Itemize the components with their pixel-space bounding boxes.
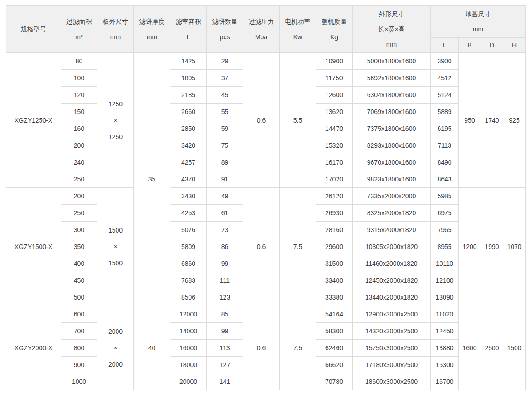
machine-weight-cell: 70780: [316, 373, 353, 390]
filter-area-cell: 400: [61, 255, 97, 272]
col-title: 滤饼厚度: [134, 14, 170, 29]
cake-count-cell: 75: [207, 137, 243, 154]
foundation-l-cell: 12450: [431, 323, 459, 340]
filter-area-cell: 500: [61, 289, 97, 306]
machine-weight-cell: 62460: [316, 340, 353, 357]
machine-weight-cell: 13620: [316, 104, 353, 120]
col-title: 板外尺寸: [97, 14, 133, 29]
machine-weight-cell: 10900: [316, 53, 353, 70]
col-unit: Kg: [316, 29, 352, 45]
cake-count-cell: 29: [207, 53, 243, 70]
col-header-foundation-b: B: [459, 38, 481, 53]
col-unit: m²: [61, 29, 97, 45]
filter-area-cell: 350: [61, 238, 97, 255]
cake-count-cell: 89: [207, 154, 243, 171]
cake-count-cell: 127: [207, 357, 243, 373]
filter-area-cell: 700: [61, 323, 97, 340]
filter-area-cell: 250: [61, 205, 97, 222]
overall-size-cell: 10305x2000x1820: [353, 238, 431, 255]
foundation-l-cell: 5889: [431, 104, 459, 120]
cake-count-cell: 99: [207, 255, 243, 272]
col-unit: mm: [97, 29, 133, 45]
foundation-l-cell: 15300: [431, 357, 459, 373]
cake-count-cell: 141: [207, 373, 243, 390]
col-unit: mm: [431, 22, 525, 37]
col-unit: L: [170, 29, 206, 45]
filter-pressure-cell: 0.6: [243, 306, 280, 390]
overall-size-cell: 7335x2000x2000: [353, 188, 431, 205]
motor-power-cell: 7.5: [280, 188, 316, 306]
foundation-h-cell: 1500: [503, 306, 526, 390]
filter-area-cell: 240: [61, 154, 97, 171]
col-header-cake-thickness: 滤饼厚度 mm: [134, 6, 170, 53]
chamber-volume-cell: 8506: [170, 289, 207, 306]
table-row: XGZY1250-X801250 × 1250351425290.65.5109…: [6, 53, 526, 70]
chamber-volume-cell: 6860: [170, 255, 207, 272]
overall-size-cell: 12900x3000x2500: [353, 306, 431, 323]
cake-count-cell: 37: [207, 70, 243, 87]
chamber-volume-cell: 5076: [170, 222, 207, 238]
foundation-l-cell: 13880: [431, 340, 459, 357]
machine-weight-cell: 16170: [316, 154, 353, 171]
overall-size-cell: 6304x1800x1600: [353, 87, 431, 104]
overall-size-cell: 8325x2000x1820: [353, 205, 431, 222]
machine-weight-cell: 26120: [316, 188, 353, 205]
filter-area-cell: 200: [61, 137, 97, 154]
chamber-volume-cell: 4257: [170, 154, 207, 171]
machine-weight-cell: 33400: [316, 272, 353, 289]
model-cell: XGZY2000-X: [6, 306, 61, 390]
col-unit: Kw: [280, 29, 316, 45]
overall-size-cell: 9670x1800x1600: [353, 154, 431, 171]
overall-size-cell: 5000x1800x1600: [353, 53, 431, 70]
cake-thickness-cell: 35: [134, 53, 170, 306]
machine-weight-cell: 54164: [316, 306, 353, 323]
cake-count-cell: 85: [207, 306, 243, 323]
filter-area-cell: 80: [61, 53, 97, 70]
col-title: 地基尺寸: [431, 7, 525, 22]
machine-weight-cell: 58300: [316, 323, 353, 340]
foundation-l-cell: 13090: [431, 289, 459, 306]
chamber-volume-cell: 14000: [170, 323, 207, 340]
table-row: XGZY2000-X6002000 × 20004012000850.67.55…: [6, 306, 526, 323]
overall-size-cell: 15750x3000x2500: [353, 340, 431, 357]
foundation-d-cell: 1740: [481, 53, 503, 188]
foundation-l-cell: 8955: [431, 238, 459, 255]
chamber-volume-cell: 3420: [170, 137, 207, 154]
filter-area-cell: 300: [61, 222, 97, 238]
filter-area-cell: 900: [61, 357, 97, 373]
overall-size-cell: 5692x1800x1600: [353, 70, 431, 87]
foundation-l-cell: 8643: [431, 171, 459, 188]
foundation-h-cell: 925: [503, 53, 526, 188]
overall-size-cell: 17180x3000x2500: [353, 357, 431, 373]
cake-count-cell: 59: [207, 120, 243, 137]
chamber-volume-cell: 1425: [170, 53, 207, 70]
foundation-l-cell: 16700: [431, 373, 459, 390]
motor-power-cell: 7.5: [280, 306, 316, 390]
col-header-model: 规格型号: [6, 6, 61, 53]
filter-area-cell: 150: [61, 104, 97, 120]
machine-weight-cell: 31500: [316, 255, 353, 272]
overall-size-cell: 9823x1800x1600: [353, 171, 431, 188]
overall-size-cell: 12450x2000x1820: [353, 272, 431, 289]
chamber-volume-cell: 3430: [170, 188, 207, 205]
model-cell: XGZY1500-X: [6, 188, 61, 306]
machine-weight-cell: 15320: [316, 137, 353, 154]
spec-table: 规格型号 过滤面积 m² 板外尺寸 mm 滤饼厚度 mm 滤室容积 L: [6, 5, 526, 390]
foundation-b-cell: 1200: [459, 188, 481, 306]
filter-area-cell: 800: [61, 340, 97, 357]
foundation-l-cell: 10110: [431, 255, 459, 272]
col-title: 外形尺寸: [353, 7, 430, 22]
chamber-volume-cell: 7683: [170, 272, 207, 289]
cake-count-cell: 45: [207, 87, 243, 104]
cake-count-cell: 123: [207, 289, 243, 306]
foundation-b-cell: 950: [459, 53, 481, 188]
page: 规格型号 过滤面积 m² 板外尺寸 mm 滤饼厚度 mm 滤室容积 L: [0, 0, 532, 390]
col-header-filter-pressure: 过滤压力 Mpa: [243, 6, 280, 53]
filter-area-cell: 160: [61, 120, 97, 137]
col-header-cake-count: 滤饼数量 pcs: [207, 6, 243, 53]
foundation-l-cell: 12100: [431, 272, 459, 289]
machine-weight-cell: 29600: [316, 238, 353, 255]
col-subtitle: 长×宽×高: [353, 22, 430, 37]
col-header-plate-size: 板外尺寸 mm: [97, 6, 134, 53]
col-header-machine-weight: 整机质量 Kg: [316, 6, 353, 53]
